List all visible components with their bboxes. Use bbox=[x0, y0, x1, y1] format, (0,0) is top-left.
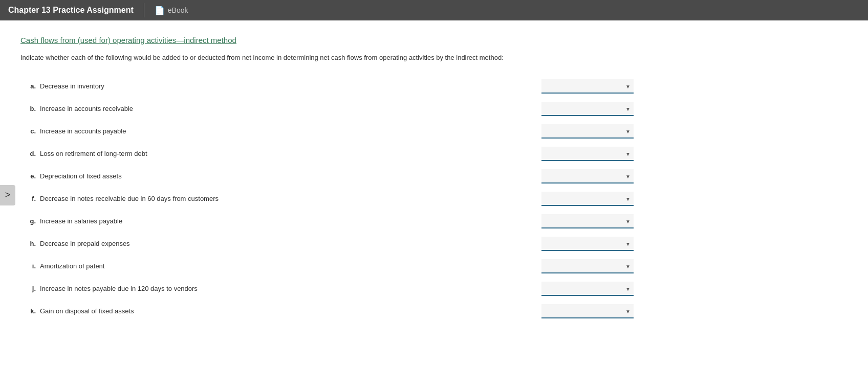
app-title: Chapter 13 Practice Assignment bbox=[8, 6, 134, 15]
question-label: b. bbox=[20, 105, 36, 112]
question-label: g. bbox=[20, 217, 36, 225]
question-label: d. bbox=[20, 150, 36, 157]
question-text: Loss on retirement of long-term debt bbox=[40, 150, 337, 157]
question-item: h.Decrease in prepaid expensesAddedDeduc… bbox=[20, 233, 848, 255]
answer-select[interactable]: AddedDeducted bbox=[541, 304, 634, 318]
question-label: j. bbox=[20, 285, 36, 292]
title-bar: Chapter 13 Practice Assignment 📄 eBook bbox=[0, 0, 868, 20]
select-wrapper: AddedDeducted bbox=[541, 147, 634, 161]
main-content: Cash flows from (used for) operating act… bbox=[0, 20, 868, 390]
question-label: i. bbox=[20, 262, 36, 270]
question-label: k. bbox=[20, 307, 36, 315]
question-label: c. bbox=[20, 127, 36, 135]
select-wrapper: AddedDeducted bbox=[541, 192, 634, 206]
question-item: a.Decrease in inventoryAddedDeducted bbox=[20, 75, 848, 98]
select-wrapper: AddedDeducted bbox=[541, 102, 634, 116]
nav-arrow[interactable]: > bbox=[0, 185, 15, 205]
answer-select[interactable]: AddedDeducted bbox=[541, 214, 634, 228]
select-wrapper: AddedDeducted bbox=[541, 79, 634, 94]
section-title-link[interactable]: Cash flows from (used for) operating act… bbox=[20, 36, 236, 44]
answer-select[interactable]: AddedDeducted bbox=[541, 79, 634, 94]
question-item: j.Increase in notes payable due in 120 d… bbox=[20, 278, 848, 300]
question-text: Amortization of patent bbox=[40, 262, 337, 270]
answer-select[interactable]: AddedDeducted bbox=[541, 237, 634, 251]
select-wrapper: AddedDeducted bbox=[541, 169, 634, 183]
question-item: k.Gain on disposal of fixed assetsAddedD… bbox=[20, 300, 848, 323]
answer-select[interactable]: AddedDeducted bbox=[541, 124, 634, 139]
ebook-icon: 📄 bbox=[155, 6, 165, 15]
instructions-text: Indicate whether each of the following w… bbox=[20, 53, 848, 63]
question-text: Increase in notes payable due in 120 day… bbox=[40, 285, 337, 292]
question-text: Decrease in prepaid expenses bbox=[40, 240, 337, 247]
question-list: a.Decrease in inventoryAddedDeductedb.In… bbox=[20, 75, 848, 323]
question-text: Decrease in inventory bbox=[40, 82, 337, 90]
question-text: Decrease in notes receivable due in 60 d… bbox=[40, 195, 337, 202]
answer-select[interactable]: AddedDeducted bbox=[541, 282, 634, 296]
question-label: a. bbox=[20, 82, 36, 90]
answer-select[interactable]: AddedDeducted bbox=[541, 192, 634, 206]
question-label: h. bbox=[20, 240, 36, 247]
question-text: Depreciation of fixed assets bbox=[40, 172, 337, 180]
select-wrapper: AddedDeducted bbox=[541, 214, 634, 228]
question-item: e.Depreciation of fixed assetsAddedDeduc… bbox=[20, 165, 848, 188]
answer-select[interactable]: AddedDeducted bbox=[541, 102, 634, 116]
select-wrapper: AddedDeducted bbox=[541, 282, 634, 296]
section-title: Cash flows from (used for) operating act… bbox=[20, 36, 848, 44]
question-label: f. bbox=[20, 195, 36, 202]
question-item: d.Loss on retirement of long-term debtAd… bbox=[20, 143, 848, 165]
question-text: Increase in salaries payable bbox=[40, 217, 337, 225]
question-item: b.Increase in accounts receivableAddedDe… bbox=[20, 98, 848, 120]
select-wrapper: AddedDeducted bbox=[541, 304, 634, 318]
question-item: i.Amortization of patentAddedDeducted bbox=[20, 255, 848, 278]
select-wrapper: AddedDeducted bbox=[541, 259, 634, 273]
question-text: Increase in accounts receivable bbox=[40, 105, 337, 112]
ebook-tab[interactable]: 📄 eBook bbox=[144, 0, 199, 20]
answer-select[interactable]: AddedDeducted bbox=[541, 259, 634, 273]
select-wrapper: AddedDeducted bbox=[541, 237, 634, 251]
ebook-label: eBook bbox=[168, 6, 188, 14]
question-item: g.Increase in salaries payableAddedDeduc… bbox=[20, 210, 848, 233]
answer-select[interactable]: AddedDeducted bbox=[541, 147, 634, 161]
answer-select[interactable]: AddedDeducted bbox=[541, 169, 634, 183]
question-item: c.Increase in accounts payableAddedDeduc… bbox=[20, 120, 848, 143]
select-wrapper: AddedDeducted bbox=[541, 124, 634, 139]
question-item: f.Decrease in notes receivable due in 60… bbox=[20, 188, 848, 210]
question-text: Gain on disposal of fixed assets bbox=[40, 307, 337, 315]
question-text: Increase in accounts payable bbox=[40, 127, 337, 135]
question-label: e. bbox=[20, 172, 36, 180]
